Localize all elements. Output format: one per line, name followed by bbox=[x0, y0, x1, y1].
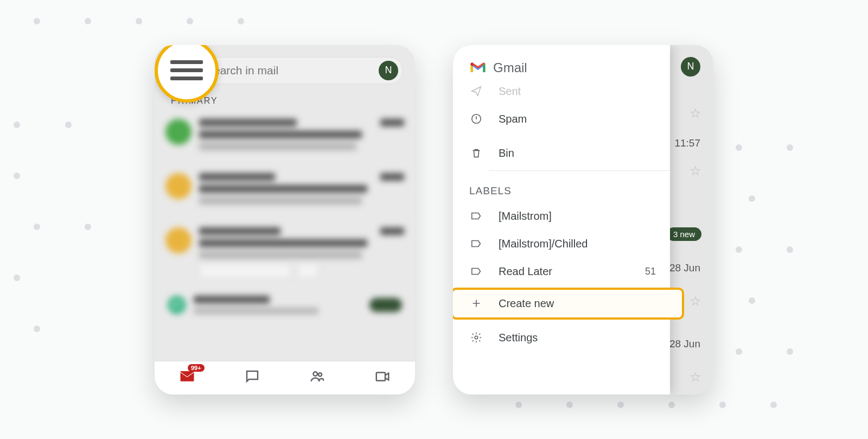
drawer-item-label: Read Later bbox=[499, 265, 630, 278]
account-avatar[interactable]: N bbox=[681, 57, 700, 77]
drawer-item-label: Sent bbox=[499, 85, 656, 98]
brand-text: Gmail bbox=[493, 60, 527, 75]
inbox-screen: N PRIMARY 🏷 99+ bbox=[155, 45, 415, 395]
svg-point-1 bbox=[318, 373, 322, 376]
svg-point-4 bbox=[475, 336, 478, 339]
drawer-item-label: Spam bbox=[499, 113, 656, 125]
bottom-nav: 99+ bbox=[155, 361, 415, 395]
drawer-settings[interactable]: Settings bbox=[453, 324, 670, 352]
drawer-item-label: Settings bbox=[499, 332, 656, 344]
star-icon[interactable]: ☆ bbox=[690, 163, 701, 179]
svg-rect-2 bbox=[376, 373, 385, 381]
spam-icon bbox=[469, 113, 483, 125]
nav-chat[interactable] bbox=[244, 368, 260, 387]
send-icon bbox=[469, 85, 483, 97]
nav-spaces[interactable] bbox=[309, 368, 326, 387]
drawer-label-mailstrom[interactable]: [Mailstrom] bbox=[453, 202, 670, 230]
trash-icon bbox=[469, 147, 483, 159]
drawer-item-label: [Mailstrom]/Chilled bbox=[499, 238, 656, 250]
drawer-sent[interactable]: Sent bbox=[453, 83, 670, 105]
label-icon bbox=[469, 265, 483, 277]
drawer-item-label: Create new bbox=[499, 297, 670, 310]
drawer-item-label: [Mailstrom] bbox=[499, 210, 656, 222]
nav-meet[interactable] bbox=[374, 368, 391, 387]
time-label: 11:57 bbox=[674, 137, 700, 149]
label-icon bbox=[469, 210, 483, 222]
drawer-label-read-later[interactable]: Read Later 51 bbox=[453, 258, 670, 285]
search-input[interactable] bbox=[206, 64, 370, 77]
drawer-label-mailstrom-chilled[interactable]: [Mailstrom]/Chilled bbox=[453, 230, 670, 258]
gear-icon bbox=[469, 332, 483, 343]
label-icon bbox=[469, 238, 483, 250]
nav-mail[interactable]: 99+ bbox=[179, 368, 195, 387]
new-badge: 3 new bbox=[667, 227, 701, 241]
star-icon[interactable]: ☆ bbox=[690, 106, 701, 121]
navigation-drawer: Gmail Sent Spam Bin LABELS [Mailstrom] bbox=[453, 45, 670, 395]
labels-header: LABELS bbox=[453, 174, 670, 202]
drawer-screen: N 11:57 ☆ ☆ 3 new 28 Jun ☆ 28 Jun ☆ Gmai… bbox=[453, 45, 713, 395]
date-label: 28 Jun bbox=[669, 338, 700, 350]
gmail-brand: Gmail bbox=[453, 45, 670, 83]
star-icon[interactable]: ☆ bbox=[690, 294, 701, 309]
plus-icon bbox=[469, 297, 483, 309]
account-avatar[interactable]: N bbox=[379, 61, 398, 80]
divider bbox=[489, 170, 670, 171]
drawer-spam[interactable]: Spam bbox=[453, 105, 670, 133]
gmail-logo-icon bbox=[469, 61, 487, 74]
drawer-create-new[interactable]: Create new bbox=[453, 288, 684, 320]
hamburger-icon bbox=[170, 60, 203, 80]
date-label: 28 Jun bbox=[669, 262, 700, 274]
label-count: 51 bbox=[645, 266, 656, 277]
message-list-blurred: 🏷 bbox=[155, 111, 415, 321]
mail-badge: 99+ bbox=[188, 364, 205, 372]
drawer-item-label: Bin bbox=[499, 147, 656, 160]
svg-point-0 bbox=[314, 372, 318, 376]
drawer-bin[interactable]: Bin bbox=[453, 139, 670, 167]
star-icon[interactable]: ☆ bbox=[690, 370, 701, 385]
